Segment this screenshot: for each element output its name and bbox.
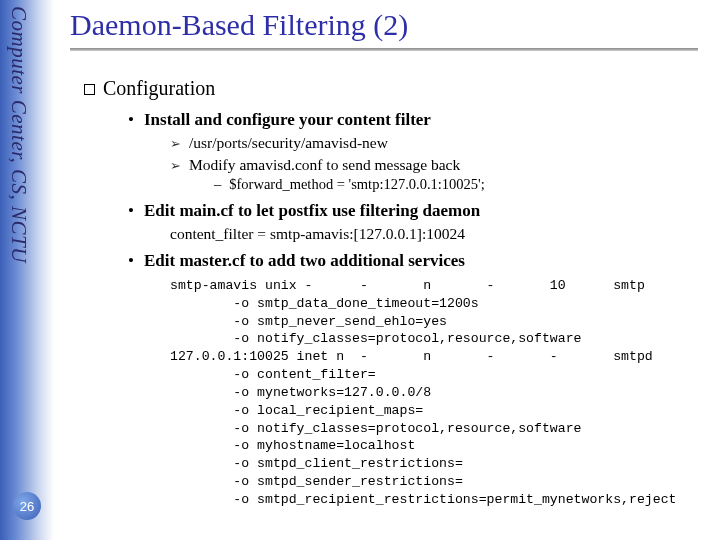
bullet-master-cf-text: Edit master.cf to add two additional ser… (144, 251, 465, 270)
content-filter-line: content_filter = smtp-amavis:[127.0.0.1]… (170, 225, 714, 243)
sidebar: Computer Center, CS, NCTU 26 (0, 0, 54, 540)
sidebar-org-label: Computer Center, CS, NCTU (6, 6, 31, 263)
sub-modify-conf: Modify amavisd.conf to send message back (170, 156, 714, 174)
forward-method-line: $forward_method = 'smtp:127.0.0.1:10025'… (214, 176, 714, 193)
bullet-install: Install and configure your content filte… (128, 110, 714, 130)
sub-modify-conf-text: Modify amavisd.conf to send message back (189, 156, 460, 173)
sub-port-path-text: /usr/ports/security/amavisd-new (189, 134, 388, 151)
page-number-badge: 26 (13, 492, 41, 520)
bullet-master-cf: Edit master.cf to add two additional ser… (128, 251, 714, 271)
bullet-main-cf-text: Edit main.cf to let postfix use filterin… (144, 201, 480, 220)
square-bullet-icon (84, 84, 95, 95)
section-heading: Configuration (84, 77, 714, 100)
slide-content: Daemon-Based Filtering (2) Configuration… (70, 8, 714, 509)
section-heading-text: Configuration (103, 77, 215, 99)
bullet-main-cf: Edit main.cf to let postfix use filterin… (128, 201, 714, 221)
bullet-install-text: Install and configure your content filte… (144, 110, 431, 129)
slide-title: Daemon-Based Filtering (2) (70, 8, 714, 42)
title-underline (70, 48, 698, 51)
sub-port-path: /usr/ports/security/amavisd-new (170, 134, 714, 152)
forward-method-text: $forward_method = 'smtp:127.0.0.1:10025'… (229, 176, 484, 192)
master-cf-code: smtp-amavis unix - - n - 10 smtp -o smtp… (170, 277, 714, 509)
